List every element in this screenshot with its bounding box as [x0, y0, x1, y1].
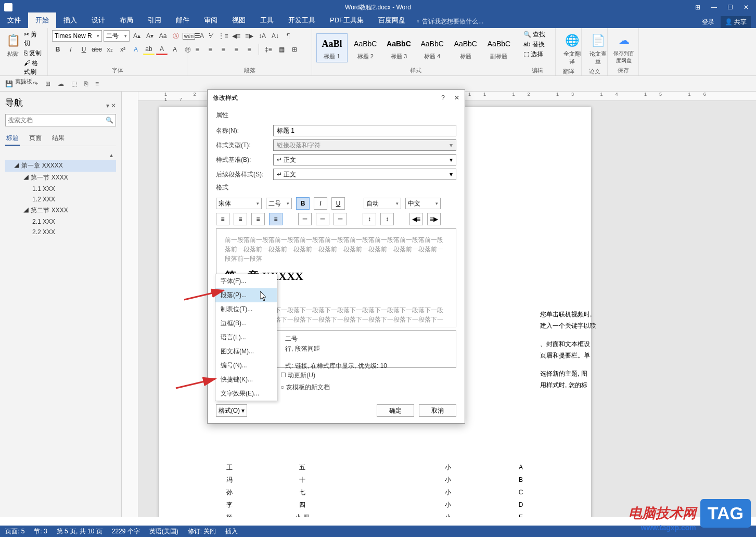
sort-icon[interactable]: A↓ — [270, 30, 281, 42]
format-menu-item[interactable]: 字体(F)... — [215, 274, 277, 288]
justify-icon[interactable]: ≡ — [230, 44, 242, 55]
full-translate-button[interactable]: 🌐 全文翻译 — [560, 30, 584, 67]
dlg-underline-icon[interactable]: U — [331, 197, 345, 210]
text-direction-icon[interactable]: ↕A — [257, 30, 268, 42]
shading-icon[interactable]: ▦ — [276, 44, 287, 55]
dlg-justify-icon[interactable]: ≡ — [269, 213, 283, 225]
grow-font-icon[interactable]: A▴ — [131, 30, 143, 42]
nav-tree-item[interactable]: ◢ 第一节 XXXX — [5, 172, 116, 184]
superscript-icon[interactable]: x² — [117, 44, 129, 55]
change-case-icon[interactable]: Aa — [157, 30, 169, 42]
format-menu-item[interactable]: 图文框(M)... — [215, 344, 277, 359]
multilevel-icon[interactable]: ⋮≡ — [217, 30, 229, 42]
tab-file[interactable]: 文件 — [0, 12, 28, 28]
align-left-icon[interactable]: ≡ — [191, 44, 203, 55]
char-shading-icon[interactable]: A — [169, 44, 181, 55]
nav-tab-results[interactable]: 结果 — [51, 132, 66, 146]
shrink-font-icon[interactable]: A▾ — [144, 30, 156, 42]
thesis-check-button[interactable]: 📄 论文查重 — [586, 30, 610, 67]
nav-tree-item[interactable]: ◢ 第一章 XXXXX — [5, 160, 116, 172]
style-name-input[interactable]: 标题 1 — [273, 125, 456, 136]
status-insert[interactable]: 插入 — [225, 527, 238, 536]
qat-redo-icon[interactable]: ↷ — [33, 80, 38, 87]
login-link[interactable]: 登录 — [702, 18, 714, 27]
style-base-combo[interactable]: ↵ 正文▾ — [273, 154, 456, 165]
numbering-icon[interactable]: ⅟ — [204, 30, 216, 42]
format-menu-item[interactable]: 边框(B)... — [215, 316, 277, 330]
bold-icon[interactable]: B — [52, 44, 63, 55]
tab-references[interactable]: 引用 — [140, 12, 169, 28]
tab-insert[interactable]: 插入 — [56, 12, 84, 28]
status-page[interactable]: 页面: 5 — [5, 527, 24, 536]
dlg-color-combo[interactable]: 自动▾ — [364, 198, 401, 209]
replace-button[interactable]: ab 替换 — [523, 40, 545, 49]
cut-button[interactable]: ✂ 剪切 — [24, 30, 43, 48]
increase-indent-icon[interactable]: ≡▶ — [244, 30, 255, 42]
tab-layout[interactable]: 布局 — [112, 12, 140, 28]
qat-tool5-icon[interactable]: ≡ — [95, 80, 99, 87]
status-lang[interactable]: 英语(美国) — [149, 527, 178, 536]
format-dropdown-button[interactable]: 格式(O) ▾ — [216, 404, 247, 417]
dlg-spacing2-icon[interactable]: ═ — [316, 213, 329, 225]
font-name-combo[interactable]: Times New R▾ — [52, 30, 102, 42]
font-size-combo[interactable]: 二号▾ — [104, 30, 130, 42]
tell-me-input[interactable]: ♀ 告诉我您想要做什么... — [413, 15, 486, 28]
styles-gallery[interactable]: AaBl标题 1AaBbC标题 2AaBbC标题 3AaBbC标题 4AaBbC… — [316, 30, 515, 66]
minimize-icon[interactable]: — — [711, 4, 717, 11]
dlg-bold-icon[interactable]: B — [296, 197, 310, 210]
share-button[interactable]: 👤 共享 — [721, 16, 751, 28]
font-color-icon[interactable]: A — [156, 44, 168, 55]
close-icon[interactable]: ✕ — [744, 4, 749, 11]
dlg-align-center-icon[interactable]: ≡ — [234, 213, 247, 225]
qat-tool2-icon[interactable]: ☁ — [58, 80, 64, 87]
format-menu-item[interactable]: 快捷键(K)... — [215, 373, 277, 387]
dlg-align-right-icon[interactable]: ≡ — [251, 213, 265, 225]
show-marks-icon[interactable]: ¶ — [283, 30, 294, 42]
subscript-icon[interactable]: x₂ — [104, 44, 116, 55]
nav-tab-headings[interactable]: 标题 — [5, 132, 20, 146]
dlg-indent-dec-icon[interactable]: ◀≡ — [409, 213, 423, 225]
format-painter-button[interactable]: 🖌 格式刷 — [24, 59, 43, 76]
style-item[interactable]: AaBl标题 1 — [316, 33, 348, 62]
select-button[interactable]: ⬚ 选择 — [523, 50, 543, 59]
maximize-icon[interactable]: ☐ — [727, 4, 733, 11]
nav-tree-item[interactable]: 1.2 XXX — [5, 194, 116, 204]
tab-review[interactable]: 审阅 — [197, 12, 225, 28]
line-spacing-icon[interactable]: ‡≡ — [263, 44, 274, 55]
dialog-help-icon[interactable]: ? — [441, 94, 445, 101]
ribbon-options-icon[interactable]: ⊞ — [695, 4, 700, 11]
nav-tab-pages[interactable]: 页面 — [28, 132, 43, 146]
qat-tool3-icon[interactable]: ⬚ — [71, 80, 77, 87]
align-right-icon[interactable]: ≡ — [217, 44, 229, 55]
dlg-italic-icon[interactable]: I — [314, 197, 327, 210]
style-item[interactable]: AaBbC副标题 — [483, 33, 515, 62]
status-track[interactable]: 修订: 关闭 — [188, 527, 216, 536]
tab-mail[interactable]: 邮件 — [169, 12, 197, 28]
format-menu-item[interactable]: 语言(L)... — [215, 330, 277, 344]
status-section[interactable]: 节: 3 — [34, 527, 47, 536]
style-next-combo[interactable]: ↵ 正文▾ — [273, 169, 456, 180]
dlg-space-before-icon[interactable]: ↕ — [363, 213, 376, 225]
format-menu-item[interactable]: 文字效果(E)... — [215, 387, 277, 401]
dlg-spacing1-icon[interactable]: ═ — [298, 213, 312, 225]
underline-icon[interactable]: U — [78, 44, 89, 55]
nav-tree-item[interactable]: ◢ 第二节 XXXX — [5, 204, 116, 216]
nav-tree-item[interactable]: 1.1 XXX — [5, 184, 116, 194]
highlight-icon[interactable]: ab — [143, 44, 155, 55]
dlg-align-left-icon[interactable]: ≡ — [216, 213, 229, 225]
status-words[interactable]: 2229 个字 — [112, 527, 140, 536]
style-item[interactable]: AaBbC标题 3 — [383, 33, 414, 62]
cancel-button[interactable]: 取消 — [419, 404, 456, 417]
dlg-size-combo[interactable]: 二号▾ — [266, 198, 292, 209]
paste-button[interactable]: 📋 粘贴 — [4, 30, 22, 59]
bullets-icon[interactable]: ☰ — [191, 30, 203, 42]
tab-tools[interactable]: 工具 — [253, 12, 281, 28]
dialog-close-icon[interactable]: ✕ — [454, 94, 459, 101]
ok-button[interactable]: 确定 — [377, 404, 414, 417]
find-button[interactable]: 🔍 查找 — [523, 30, 545, 39]
nav-search-box[interactable]: 🔍 — [5, 114, 116, 126]
format-menu-item[interactable]: 制表位(T)... — [215, 302, 277, 316]
dlg-spacing3-icon[interactable]: ═ — [334, 213, 347, 225]
italic-icon[interactable]: I — [65, 44, 76, 55]
tab-view[interactable]: 视图 — [225, 12, 253, 28]
